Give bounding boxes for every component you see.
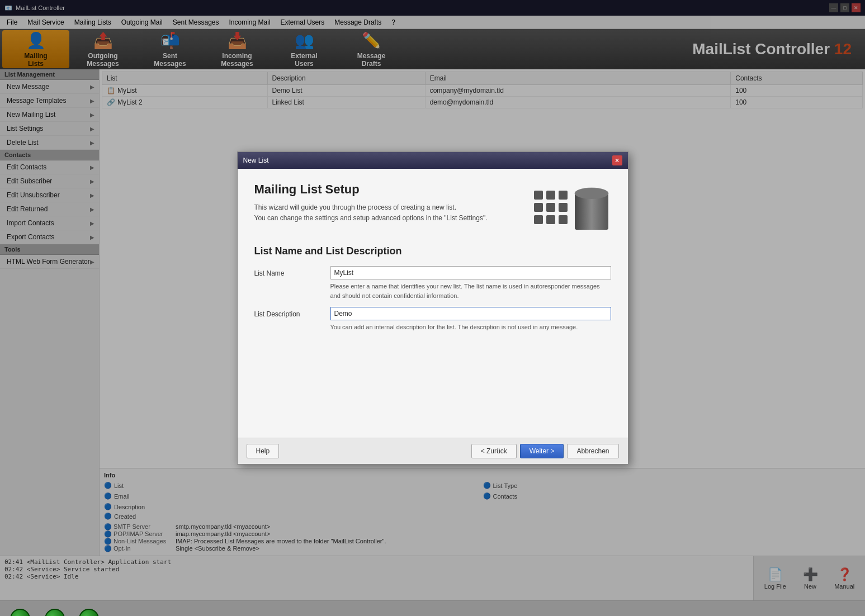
modal-header-row: Mailing List Setup This wizard will guid… <box>254 182 611 234</box>
modal-overlay: New List ✕ Mailing List Setup This wizar… <box>0 0 865 616</box>
form-row-list-desc: List Description You can add an internal… <box>254 307 611 332</box>
modal-footer: Help < Zurück Weiter > Abbrechen <box>238 438 628 464</box>
modal-heading: Mailing List Setup <box>254 182 488 197</box>
modal-icon-area <box>534 182 611 234</box>
next-button[interactable]: Weiter > <box>520 444 564 458</box>
list-name-hint: Please enter a name that identifies your… <box>330 282 611 300</box>
svg-rect-3 <box>534 203 543 212</box>
modal-title: New List <box>243 157 269 164</box>
form-field-list-desc: You can add an internal description for … <box>330 307 611 332</box>
form-row-list-name: List Name Please enter a name that ident… <box>254 266 611 300</box>
list-desc-hint: You can add an internal description for … <box>330 323 611 332</box>
modal-title-section: Mailing List Setup This wizard will guid… <box>254 182 488 224</box>
svg-rect-4 <box>546 203 555 212</box>
modal-section-title: List Name and List Description <box>254 245 611 257</box>
modal-desc-line1: This wizard will guide you through the p… <box>254 203 457 211</box>
help-button[interactable]: Help <box>247 444 280 458</box>
form-label-list-name: List Name <box>254 266 322 277</box>
modal-body: Mailing List Setup This wizard will guid… <box>238 169 628 438</box>
list-name-input[interactable] <box>330 266 611 279</box>
list-desc-input[interactable] <box>330 307 611 320</box>
back-button[interactable]: < Zurück <box>471 444 517 458</box>
svg-rect-5 <box>559 203 568 212</box>
svg-rect-6 <box>534 215 543 224</box>
grid-icon-wrapper <box>534 191 568 226</box>
modal-btn-group: < Zurück Weiter > Abbrechen <box>471 444 619 458</box>
modal-description: This wizard will guide you through the p… <box>254 202 488 224</box>
svg-rect-0 <box>534 191 543 200</box>
cylinder-icon-wrapper <box>572 182 611 234</box>
modal-close-button[interactable]: ✕ <box>612 155 622 165</box>
modal-titlebar: New List ✕ <box>238 152 628 169</box>
svg-point-13 <box>575 188 608 199</box>
cylinder-icon <box>572 182 611 233</box>
icon-container <box>534 182 611 234</box>
grid-icon <box>534 191 568 224</box>
svg-rect-1 <box>546 191 555 200</box>
cancel-button[interactable]: Abbrechen <box>567 444 618 458</box>
form-field-list-name: Please enter a name that identifies your… <box>330 266 611 300</box>
form-label-list-desc: List Description <box>254 307 322 318</box>
modal-desc-line2: You can change the settings and setup ad… <box>254 214 488 222</box>
svg-rect-8 <box>559 215 568 224</box>
svg-rect-7 <box>546 215 555 224</box>
modal-new-list: New List ✕ Mailing List Setup This wizar… <box>237 151 628 465</box>
svg-rect-2 <box>559 191 568 200</box>
